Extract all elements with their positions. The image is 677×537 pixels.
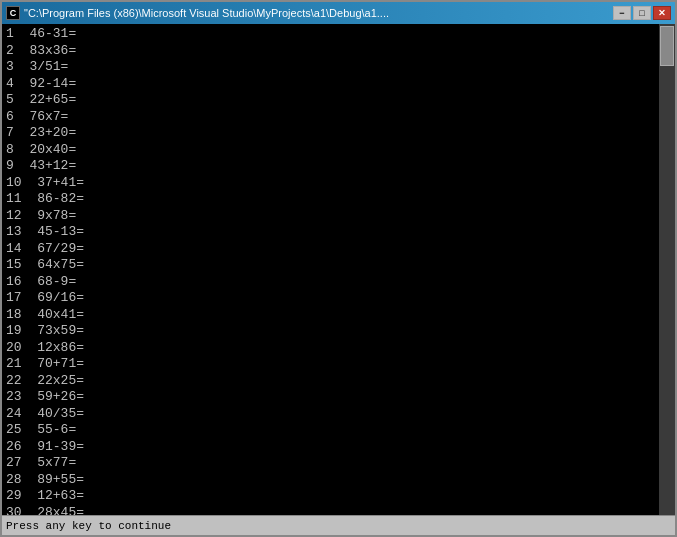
title-buttons: − □ ✕ [613,6,671,20]
status-bar: Press any key to continue [2,515,675,535]
console-output: 1 46-31= 2 83x36= 3 3/51= 4 92-14= 5 22+… [2,24,659,515]
minimize-button[interactable]: − [613,6,631,20]
title-bar-left: "C:\Program Files (x86)\Microsoft Visual… [6,6,389,20]
main-window: "C:\Program Files (x86)\Microsoft Visual… [0,0,677,537]
console-area: 1 46-31= 2 83x36= 3 3/51= 4 92-14= 5 22+… [2,24,675,515]
title-bar: "C:\Program Files (x86)\Microsoft Visual… [2,2,675,24]
close-button[interactable]: ✕ [653,6,671,20]
scrollbar-thumb[interactable] [660,26,674,66]
window-title: "C:\Program Files (x86)\Microsoft Visual… [24,7,389,19]
status-text: Press any key to continue [6,520,171,532]
scrollbar[interactable] [659,24,675,515]
app-icon [6,6,20,20]
maximize-button[interactable]: □ [633,6,651,20]
